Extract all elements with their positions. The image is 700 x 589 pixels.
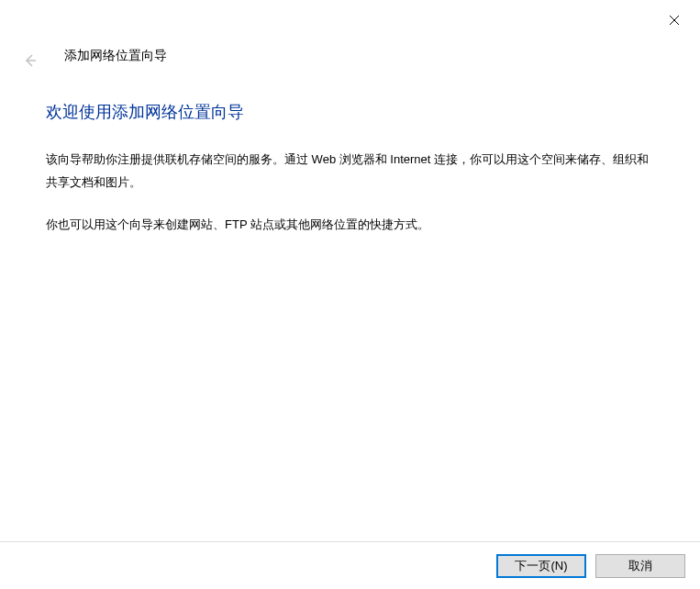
close-button[interactable] [665, 11, 683, 29]
content-area: 欢迎使用添加网络位置向导 该向导帮助你注册提供联机存储空间的服务。通过 Web … [46, 101, 654, 257]
welcome-heading: 欢迎使用添加网络位置向导 [46, 101, 654, 123]
back-button [18, 50, 40, 72]
cancel-button[interactable]: 取消 [595, 554, 685, 578]
wizard-title: 添加网络位置向导 [64, 48, 167, 64]
close-icon [669, 15, 680, 26]
footer-bar: 下一页(N) 取消 [0, 541, 700, 589]
next-button[interactable]: 下一页(N) [496, 554, 586, 578]
description-paragraph-1: 该向导帮助你注册提供联机存储空间的服务。通过 Web 浏览器和 Internet… [46, 149, 654, 194]
back-arrow-icon [21, 52, 38, 69]
description-paragraph-2: 你也可以用这个向导来创建网站、FTP 站点或其他网络位置的快捷方式。 [46, 214, 654, 237]
